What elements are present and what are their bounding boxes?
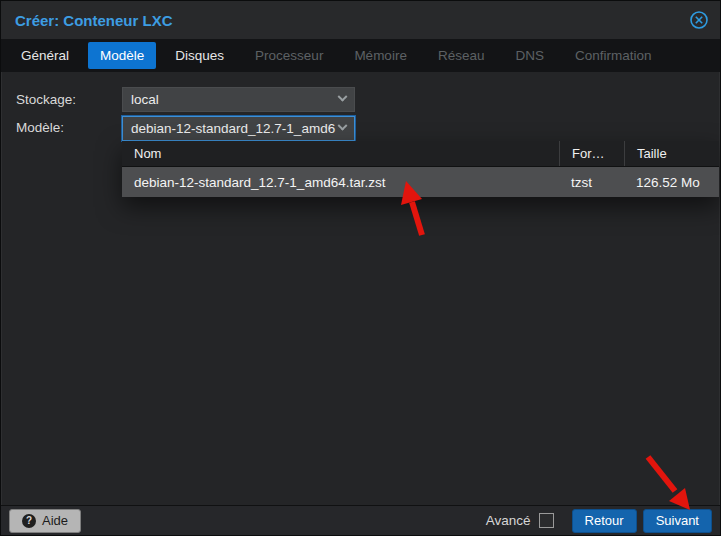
template-format-cell: tzst [559,175,624,190]
tab-dns: DNS [503,42,556,69]
column-header-nom[interactable]: Nom [122,141,559,166]
help-button[interactable]: ? Aide [9,509,81,533]
back-button[interactable]: Retour [572,509,637,533]
dialog-footer: ? Aide Avancé Retour Suivant [1,505,720,535]
dialog-title: Créer: Conteneur LXC [15,12,688,29]
storage-select-value: local [131,92,339,107]
wizard-tabbar: Général Modèle Disques Processeur Mémoir… [1,39,720,72]
advanced-checkbox[interactable] [539,513,554,528]
tab-modele[interactable]: Modèle [88,42,156,69]
template-dropdown-list: Nom For… Taille debian-12-standard_12.7-… [122,141,719,197]
create-lxc-dialog: Créer: Conteneur LXC Général Modèle Disq… [0,0,721,536]
template-select[interactable]: debian-12-standard_12.7-1_amd6 [122,116,355,141]
tab-general[interactable]: Général [9,42,81,69]
tab-memoire: Mémoire [342,42,419,69]
template-label: Modèle: [16,120,64,135]
advanced-label: Avancé [486,513,531,528]
close-icon[interactable] [688,9,710,31]
template-size-cell: 126.52 Mo [624,175,719,190]
dropdown-header-row: Nom For… Taille [122,141,719,167]
template-list-item[interactable]: debian-12-standard_12.7-1_amd64.tar.zst … [122,167,719,197]
chevron-down-icon [338,121,348,131]
storage-select[interactable]: local [122,87,355,112]
tab-confirmation: Confirmation [563,42,664,69]
column-header-format[interactable]: For… [559,141,624,166]
chevron-down-icon [338,92,348,102]
column-header-taille[interactable]: Taille [624,141,719,166]
next-button[interactable]: Suivant [643,509,712,533]
tab-processeur: Processeur [243,42,335,69]
storage-label: Stockage: [16,92,76,107]
dialog-titlebar: Créer: Conteneur LXC [1,1,720,39]
template-select-value: debian-12-standard_12.7-1_amd6 [131,121,339,136]
tab-reseau: Réseau [426,42,497,69]
tab-content: Stockage: local Modèle: debian-12-standa… [1,72,720,505]
question-mark-icon: ? [22,514,36,528]
tab-disques[interactable]: Disques [163,42,236,69]
template-name-cell: debian-12-standard_12.7-1_amd64.tar.zst [122,175,559,190]
help-button-label: Aide [42,513,68,528]
